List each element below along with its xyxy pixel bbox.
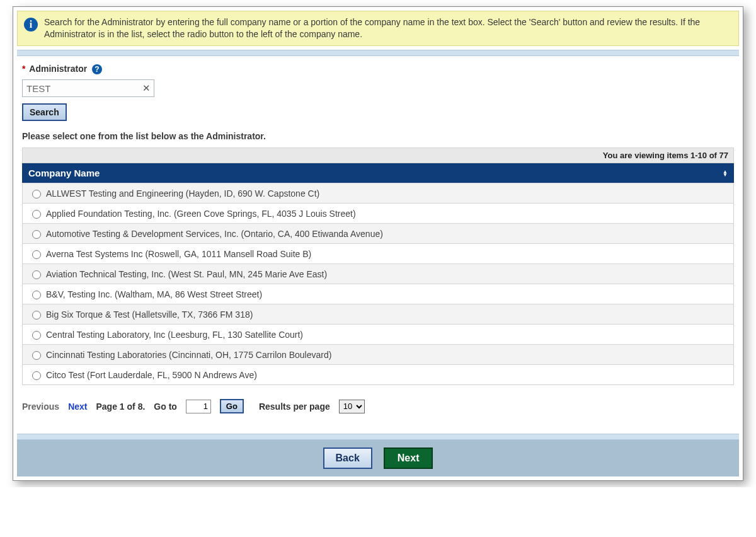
company-radio[interactable] [32,351,41,360]
pager-rpp-select[interactable]: 10 [339,400,365,413]
table-row[interactable]: Applied Foundation Testing, Inc. (Green … [23,203,733,223]
table-row[interactable]: ALLWEST Testing and Engineering (Hayden,… [23,183,733,203]
search-button[interactable]: Search [22,103,67,121]
company-radio[interactable] [32,311,41,320]
company-name-cell: Cincinnati Testing Laboratories (Cincinn… [46,350,331,360]
company-name-cell: Big Six Torque & Test (Halletsville, TX,… [46,309,253,320]
column-header-company-name[interactable]: Company Name [28,168,100,178]
pagination-bar: Previous Next Page 1 of 8. Go to Go Resu… [22,399,734,413]
pager-rpp-label: Results per page [259,401,330,412]
pager-go-button[interactable]: Go [220,399,244,413]
clear-input-icon[interactable]: ✕ [142,83,151,94]
company-radio[interactable] [32,210,41,219]
app-panel: i Search for the Administrator by enteri… [13,6,743,481]
results-count-bar: You are viewing items 1-10 of 77 [22,147,734,163]
company-name-cell: Aviation Technical Testing, Inc. (West S… [46,269,327,279]
company-name-cell: ALLWEST Testing and Engineering (Hayden,… [46,188,319,199]
pager-goto-label: Go to [154,401,177,412]
button-bar: Back Next [17,440,739,476]
company-radio[interactable] [32,291,41,299]
company-radio[interactable] [32,371,41,380]
pager-goto-input[interactable] [186,400,211,413]
required-star-icon: * [22,64,25,74]
company-name-cell: Averna Test Systems Inc (Roswell, GA, 10… [46,249,311,259]
company-name-cell: Automotive Testing & Development Service… [46,229,383,239]
company-radio[interactable] [32,190,41,199]
company-name-cell: Citco Test (Fort Lauderdale, FL, 5900 N … [46,370,257,380]
info-banner-text: Search for the Administrator by entering… [44,16,732,40]
administrator-field-label-row: * Administrator ? [22,64,734,74]
company-name-cell: Central Testing Laboratory, Inc (Leesbur… [46,330,303,340]
company-radio[interactable] [32,250,41,259]
content-area: * Administrator ? ✕ Search Please select… [13,56,743,424]
company-name-cell: B&V, Testing Inc. (Waltham, MA, 86 West … [46,289,262,299]
help-icon[interactable]: ? [92,64,102,74]
sort-icon[interactable]: ▲▼ [723,170,728,176]
administrator-input[interactable] [22,79,154,97]
results-list: ALLWEST Testing and Engineering (Hayden,… [22,183,734,385]
table-row[interactable]: Automotive Testing & Development Service… [23,223,733,243]
info-banner: i Search for the Administrator by enteri… [17,11,739,46]
select-instruction: Please select one from the list below as… [22,131,734,141]
table-header: Company Name ▲▼ [22,163,734,183]
company-radio[interactable] [32,270,41,279]
pager-previous: Previous [22,401,59,412]
administrator-label: Administrator [29,64,87,74]
administrator-input-wrap: ✕ [22,79,154,97]
info-icon: i [24,18,38,32]
table-row[interactable]: Averna Test Systems Inc (Roswell, GA, 10… [23,243,733,263]
table-row[interactable]: Big Six Torque & Test (Halletsville, TX,… [23,304,733,324]
table-row[interactable]: Aviation Technical Testing, Inc. (West S… [23,263,733,284]
footer-divider [17,434,739,440]
pager-next[interactable]: Next [68,401,87,412]
company-radio[interactable] [32,331,41,340]
table-row[interactable]: Cincinnati Testing Laboratories (Cincinn… [23,344,733,364]
next-button[interactable]: Next [384,448,433,469]
company-radio[interactable] [32,230,41,239]
table-row[interactable]: B&V, Testing Inc. (Waltham, MA, 86 West … [23,284,733,304]
company-name-cell: Applied Foundation Testing, Inc. (Green … [46,209,356,219]
back-button[interactable]: Back [323,448,372,469]
table-row[interactable]: Central Testing Laboratory, Inc (Leesbur… [23,324,733,344]
divider [17,50,739,56]
table-row[interactable]: Citco Test (Fort Lauderdale, FL, 5900 N … [23,364,733,384]
pager-page-text: Page 1 of 8. [96,401,146,412]
